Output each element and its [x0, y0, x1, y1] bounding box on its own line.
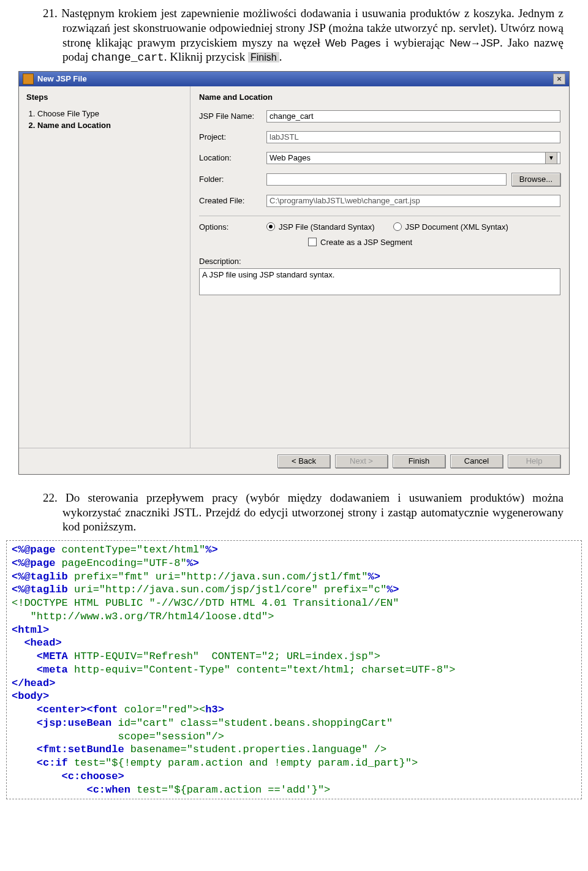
wizard-form-panel: Name and Location JSP File Name: Project…	[190, 86, 569, 448]
label-filename: JSP File Name:	[199, 111, 266, 121]
para-22-text: Do sterowania przepływem pracy (wybór mi…	[62, 491, 564, 534]
label-options: Options:	[199, 222, 266, 232]
new-jsp-file-dialog: New JSP File × Steps Choose File Type Na…	[18, 71, 570, 475]
next-button: Next >	[335, 454, 388, 468]
checkbox-icon	[308, 238, 317, 246]
new-jsp-label: New→JSP	[450, 37, 500, 49]
label-project: Project:	[199, 132, 266, 141]
dialog-title: New JSP File	[37, 74, 87, 83]
radio-icon	[266, 222, 275, 231]
location-combobox[interactable]: Web Pages ▼	[266, 152, 560, 164]
folder-input[interactable]	[266, 173, 507, 186]
radio-icon	[393, 222, 402, 231]
jsp-filename-input[interactable]	[266, 110, 560, 123]
paragraph-21: 21. Następnym krokiem jest zapewnienie m…	[43, 6, 564, 65]
steps-header: Steps	[26, 92, 183, 102]
close-icon[interactable]: ×	[553, 74, 565, 85]
wizard-button-row: < Back Next > Finish Cancel Help	[19, 448, 569, 474]
web-pages-label: Web Pages	[325, 37, 381, 49]
step-name-and-location: Name and Location	[37, 121, 183, 130]
project-field	[266, 131, 560, 143]
chevron-down-icon[interactable]: ▼	[545, 152, 557, 164]
browse-button[interactable]: Browse...	[511, 173, 560, 186]
finish-label-inline: Finish	[248, 52, 279, 62]
para-21-num: 21.	[43, 7, 58, 20]
location-value: Web Pages	[270, 153, 311, 162]
created-file-field	[266, 195, 560, 207]
jsp-file-icon	[23, 74, 34, 85]
form-header: Name and Location	[199, 92, 560, 102]
step-choose-file-type: Choose File Type	[37, 109, 183, 118]
dialog-titlebar: New JSP File ×	[19, 72, 569, 86]
label-location: Location:	[199, 153, 266, 162]
code-listing: <%@page contentType="text/html"%> <%@pag…	[6, 540, 582, 799]
change-cart-code: change_cart	[91, 51, 164, 64]
back-button[interactable]: < Back	[277, 454, 330, 468]
option-xml-syntax[interactable]: JSP Document (XML Syntax)	[393, 222, 508, 232]
wizard-steps-panel: Steps Choose File Type Name and Location	[19, 86, 190, 448]
option-standard-syntax[interactable]: JSP File (Standard Syntax)	[266, 222, 375, 232]
para-21-t2: i wybierając	[381, 36, 450, 49]
paragraph-22: 22. Do sterowania przepływem pracy (wybó…	[43, 491, 564, 534]
label-description: Description:	[199, 257, 241, 266]
finish-button[interactable]: Finish	[393, 454, 445, 468]
label-folder: Folder:	[199, 175, 266, 184]
cancel-button[interactable]: Cancel	[450, 454, 503, 468]
label-created: Created File:	[199, 196, 266, 205]
para-21-t4: . Kliknij przycisk	[164, 50, 248, 63]
description-area	[199, 268, 560, 295]
para-21-t5: .	[279, 50, 282, 63]
help-button[interactable]: Help	[508, 454, 560, 468]
create-as-segment-checkbox[interactable]: Create as a JSP Segment	[308, 238, 560, 247]
para-22-num: 22.	[43, 491, 58, 504]
